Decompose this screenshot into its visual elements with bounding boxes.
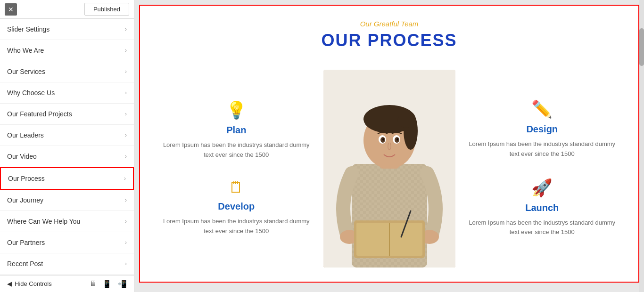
design-icon: ✏️ [531, 99, 553, 119]
sidebar-item-why-choose-us[interactable]: Why Choose Us› [0, 82, 134, 104]
sidebar-item-label: Why Choose Us [7, 89, 55, 97]
chevron-right-icon: › [125, 132, 127, 138]
chevron-right-icon: › [125, 89, 127, 96]
preview-frame: Our Greatful Team OUR PROCESS 💡 Plan Lor… [139, 5, 639, 283]
svg-point-9 [397, 114, 414, 128]
chevron-right-icon: › [125, 260, 127, 267]
person-photo [323, 70, 455, 268]
process-left-column: 💡 Plan Lorem Ipsum has been the industry… [159, 100, 319, 236]
sidebar-item-label: Our Partners [7, 239, 45, 246]
process-section: Our Greatful Team OUR PROCESS 💡 Plan Lor… [140, 6, 638, 282]
svg-point-15 [396, 138, 398, 140]
plan-desc: Lorem Ipsum has been the industrys stand… [159, 140, 314, 160]
sidebar-item-our-leaders[interactable]: Our Leaders› [0, 125, 134, 146]
sidebar-item-our-partners[interactable]: Our Partners› [0, 232, 134, 253]
sidebar-item-label: Our Journey [7, 196, 43, 204]
sidebar-item-label: Our Featured Projects [7, 110, 72, 118]
scrollbar-thumb[interactable] [639, 28, 644, 66]
chevron-right-icon: › [125, 26, 127, 32]
sidebar-item-label: Our Process [8, 175, 45, 182]
process-card-plan: 💡 Plan Lorem Ipsum has been the industry… [159, 100, 314, 160]
sidebar-item-who-we-are[interactable]: Who We Are› [0, 40, 134, 61]
process-card-launch: 🚀 Launch Lorem Ipsum has been the indust… [465, 178, 620, 238]
sidebar-item-where-can-we-help-you[interactable]: Where Can We Help You› [0, 211, 134, 232]
mobile-icon[interactable]: 📲 [117, 279, 127, 288]
process-card-develop: 🗒 Develop Lorem Ipsum has been the indus… [159, 179, 314, 236]
main-content: Our Greatful Team OUR PROCESS 💡 Plan Lor… [134, 0, 644, 292]
sidebar-item-slider-settings[interactable]: Slider Settings› [0, 19, 134, 40]
sidebar-item-label: Our Leaders [7, 131, 44, 139]
desktop-icon[interactable]: 🖥 [89, 279, 97, 288]
close-button[interactable]: ✕ [5, 3, 17, 16]
tablet-icon[interactable]: 📱 [102, 279, 112, 288]
plan-icon: 💡 [226, 100, 247, 120]
process-title: OUR PROCESS [321, 31, 457, 50]
chevron-right-icon: › [125, 218, 127, 225]
chevron-right-icon: › [125, 153, 127, 160]
develop-icon: 🗒 [229, 179, 244, 196]
arrow-left-icon: ◀ [7, 280, 12, 287]
sidebar: ✕ Published Slider Settings›Who We Are›O… [0, 0, 134, 292]
sidebar-item-our-featured-projects[interactable]: Our Featured Projects› [0, 104, 134, 125]
chevron-right-icon: › [125, 111, 127, 117]
sidebar-item-our-journey[interactable]: Our Journey› [0, 190, 134, 211]
svg-point-14 [382, 138, 384, 140]
sidebar-item-our-services[interactable]: Our Services› [0, 61, 134, 82]
hide-controls-label: Hide Controls [15, 280, 52, 287]
develop-title: Develop [218, 201, 255, 212]
process-center-image [319, 70, 460, 268]
sidebar-items-list: Slider Settings›Who We Are›Our Services›… [0, 19, 134, 275]
hide-controls-toggle[interactable]: ◀ Hide Controls [7, 280, 52, 287]
sidebar-item-label: Our Services [7, 68, 45, 75]
published-button[interactable]: Published [84, 3, 129, 16]
chevron-right-icon: › [125, 197, 127, 203]
sidebar-item-recent-post[interactable]: Recent Post› [0, 253, 134, 275]
sidebar-item-our-process[interactable]: Our Process› [0, 167, 134, 190]
process-grid: 💡 Plan Lorem Ipsum has been the industry… [159, 65, 619, 272]
sidebar-item-label: Where Can We Help You [7, 218, 80, 225]
scrollbar[interactable] [639, 0, 644, 292]
launch-desc: Lorem Ipsum has been the industrys stand… [465, 218, 620, 238]
process-card-design: ✏️ Design Lorem Ipsum has been the indus… [465, 99, 620, 159]
chevron-right-icon: › [125, 47, 127, 54]
chevron-right-icon: › [125, 68, 127, 75]
sidebar-footer: ◀ Hide Controls 🖥 📱 📲 [0, 275, 134, 292]
sidebar-item-label: Slider Settings [7, 25, 50, 33]
chevron-right-icon: › [125, 239, 127, 246]
design-title: Design [526, 124, 558, 135]
launch-title: Launch [525, 203, 559, 213]
develop-desc: Lorem Ipsum has been the industrys stand… [159, 217, 314, 236]
sidebar-item-our-video[interactable]: Our Video› [0, 146, 134, 167]
process-subtitle: Our Greatful Team [360, 20, 419, 28]
design-desc: Lorem Ipsum has been the industrys stand… [465, 139, 620, 159]
sidebar-item-label: Our Video [7, 153, 37, 160]
sidebar-item-label: Recent Post [7, 260, 43, 268]
chevron-right-icon: › [124, 175, 126, 182]
process-right-column: ✏️ Design Lorem Ipsum has been the indus… [460, 99, 620, 237]
sidebar-header: ✕ Published [0, 0, 134, 19]
launch-icon: 🚀 [531, 178, 553, 198]
plan-title: Plan [226, 125, 246, 136]
footer-view-icons: 🖥 📱 📲 [89, 279, 127, 288]
sidebar-item-label: Who We Are [7, 47, 44, 54]
